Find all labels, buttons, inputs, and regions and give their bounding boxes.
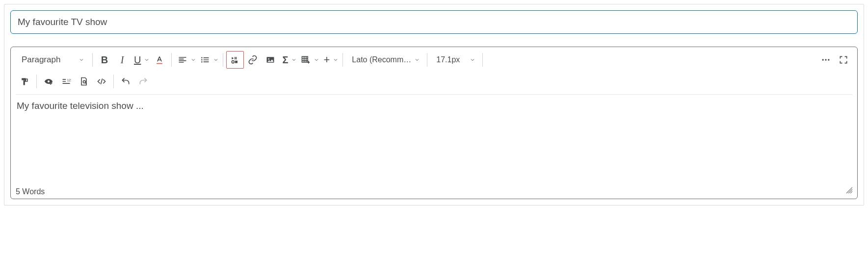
svg-rect-3 xyxy=(235,57,236,59)
chevron-down-icon xyxy=(213,57,219,63)
table-icon xyxy=(301,55,311,65)
link-button[interactable] xyxy=(244,51,262,69)
word-count-icon: 123 xyxy=(61,77,71,86)
bold-icon: B xyxy=(101,55,108,65)
block-format-dropdown[interactable]: Paragraph xyxy=(16,51,89,69)
undo-button[interactable] xyxy=(117,73,134,90)
image-button[interactable] xyxy=(262,51,279,69)
redo-icon xyxy=(138,77,148,86)
title-input[interactable] xyxy=(10,10,858,34)
eye-check-icon xyxy=(44,77,53,86)
ellipsis-icon xyxy=(821,55,831,65)
underline-button[interactable]: U xyxy=(131,51,151,69)
fullscreen-button[interactable] xyxy=(835,51,852,69)
svg-point-14 xyxy=(83,80,85,83)
italic-icon: I xyxy=(121,55,124,65)
svg-text:123: 123 xyxy=(67,78,71,82)
chevron-down-icon xyxy=(314,57,319,63)
svg-point-8 xyxy=(268,58,270,60)
bold-button[interactable]: B xyxy=(96,51,113,69)
plus-icon: + xyxy=(323,54,330,65)
svg-rect-6 xyxy=(235,61,237,63)
source-code-button[interactable] xyxy=(93,73,110,90)
toolbar-row-1: Paragraph B I U xyxy=(16,49,852,71)
code-icon xyxy=(97,77,106,86)
toolbar: Paragraph B I U xyxy=(11,47,857,92)
more-actions-button[interactable] xyxy=(817,51,835,69)
word-count-label: 5 Words xyxy=(16,187,45,196)
chevron-down-icon xyxy=(333,57,339,63)
align-button[interactable] xyxy=(175,51,197,69)
font-family-label: Lato (Recomm… xyxy=(352,55,411,64)
svg-point-11 xyxy=(828,59,829,60)
chevron-down-icon xyxy=(144,57,150,63)
chevron-down-icon xyxy=(414,57,420,63)
toolbar-separator xyxy=(482,53,483,67)
svg-rect-4 xyxy=(236,57,237,59)
chevron-down-icon xyxy=(190,57,196,63)
link-icon xyxy=(248,55,258,65)
chevron-down-icon xyxy=(470,57,475,63)
svg-point-5 xyxy=(232,61,235,63)
toolbar-separator xyxy=(223,53,223,67)
italic-button[interactable]: I xyxy=(113,51,131,69)
undo-icon xyxy=(121,77,131,86)
toolbar-row-2: 123 xyxy=(16,71,852,92)
accessibility-checker-button[interactable] xyxy=(40,73,57,90)
format-painter-icon xyxy=(20,77,29,86)
underline-icon: U xyxy=(134,54,141,66)
svg-point-10 xyxy=(825,59,826,60)
insert-more-button[interactable]: + xyxy=(320,51,340,69)
svg-point-9 xyxy=(822,59,824,60)
equation-button[interactable]: Σ xyxy=(279,51,298,69)
page-search-icon xyxy=(79,77,89,86)
text-color-icon xyxy=(155,55,164,65)
insert-stuff-icon xyxy=(230,55,240,65)
resize-handle[interactable] xyxy=(845,186,854,197)
editor-content[interactable]: My favourite television show ... xyxy=(11,95,857,185)
text-color-button[interactable] xyxy=(151,51,168,69)
image-icon xyxy=(265,55,275,65)
svg-point-2 xyxy=(202,61,203,63)
svg-point-0 xyxy=(202,57,203,59)
editor-footer: 5 Words xyxy=(11,185,857,199)
sigma-icon: Σ xyxy=(282,54,288,66)
preview-button[interactable] xyxy=(75,73,93,90)
align-left-icon xyxy=(178,55,187,65)
chevron-down-icon xyxy=(79,57,84,63)
toolbar-separator xyxy=(92,53,93,67)
format-painter-button[interactable] xyxy=(16,73,33,90)
chevron-down-icon xyxy=(291,57,297,63)
font-size-dropdown[interactable]: 17.1px xyxy=(430,51,479,69)
toolbar-separator xyxy=(36,75,37,88)
table-button[interactable] xyxy=(298,51,320,69)
toolbar-separator xyxy=(171,53,172,67)
svg-point-12 xyxy=(48,80,50,82)
editor-panel: Paragraph B I U xyxy=(4,4,864,206)
insert-stuff-button[interactable] xyxy=(226,51,244,69)
list-button[interactable] xyxy=(197,51,220,69)
font-size-label: 17.1px xyxy=(436,55,460,64)
list-icon xyxy=(200,55,210,65)
svg-point-1 xyxy=(202,59,203,61)
fullscreen-icon xyxy=(839,55,848,65)
rich-text-editor: Paragraph B I U xyxy=(10,47,858,199)
redo-button[interactable] xyxy=(134,73,152,90)
font-family-dropdown[interactable]: Lato (Recomm… xyxy=(346,51,424,69)
toolbar-separator xyxy=(113,75,114,88)
toolbar-separator xyxy=(342,53,343,67)
block-format-label: Paragraph xyxy=(22,55,60,65)
word-count-button[interactable]: 123 xyxy=(57,73,75,90)
toolbar-separator xyxy=(427,53,427,67)
